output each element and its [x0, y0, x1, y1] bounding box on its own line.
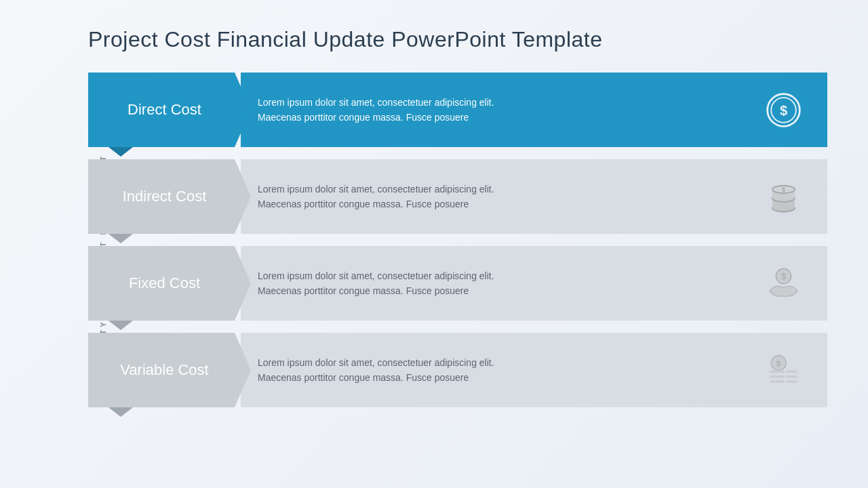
svg-text:$: $ — [781, 272, 786, 281]
desc-indirect-line2: Maecenas porttitor congue massa. Fusce p… — [258, 197, 494, 211]
cost-row-fixed: Fixed Cost Lorem ipsum dolor sit amet, c… — [88, 246, 827, 321]
desc-direct: Lorem ipsum dolor sit amet, consectetuer… — [258, 95, 494, 125]
arrow-variable — [108, 407, 133, 417]
slide: TYPES OF COST MANAGEMENT Project Cost Fi… — [0, 0, 868, 488]
desc-variable: Lorem ipsum dolor sit amet, consectetuer… — [258, 355, 494, 386]
svg-rect-13 — [786, 370, 797, 373]
label-box-variable: Variable Cost — [88, 333, 251, 407]
label-box-indirect: Indirect Cost — [88, 159, 251, 234]
label-text-direct: Direct Cost — [127, 101, 212, 119]
cost-row-variable: Variable Cost Lorem ipsum dolor sit amet… — [88, 333, 827, 407]
desc-fixed-line1: Lorem ipsum dolor sit amet, consectetuer… — [258, 268, 494, 283]
cost-row-indirect: Indirect Cost Lorem ipsum dolor sit amet… — [88, 159, 827, 234]
svg-text:$: $ — [781, 186, 785, 193]
content-area: Direct Cost Lorem ipsum dolor sit amet, … — [88, 73, 827, 407]
content-box-direct: Lorem ipsum dolor sit amet, consectetuer… — [241, 73, 827, 147]
desc-direct-line2: Maecenas porttitor congue massa. Fusce p… — [258, 110, 494, 125]
svg-text:$: $ — [776, 359, 781, 367]
desc-variable-line2: Maecenas porttitor congue massa. Fusce p… — [258, 370, 494, 385]
label-text-fixed: Fixed Cost — [129, 274, 210, 292]
desc-fixed: Lorem ipsum dolor sit amet, consectetuer… — [258, 268, 494, 299]
arrow-direct — [108, 147, 133, 157]
desc-indirect-line1: Lorem ipsum dolor sit amet, consectetuer… — [258, 182, 494, 197]
svg-rect-18 — [770, 380, 785, 383]
label-text-variable: Variable Cost — [120, 361, 218, 379]
svg-text:$: $ — [779, 102, 787, 117]
desc-indirect: Lorem ipsum dolor sit amet, consectetuer… — [258, 182, 494, 212]
svg-rect-15 — [786, 380, 797, 383]
desc-direct-line1: Lorem ipsum dolor sit amet, consectetuer… — [258, 95, 494, 110]
coin-circle-icon: $ — [765, 92, 802, 129]
desc-fixed-line2: Maecenas porttitor congue massa. Fusce p… — [258, 283, 494, 298]
coin-lines-icon: $ — [765, 352, 802, 389]
label-text-indirect: Indirect Cost — [123, 188, 217, 205]
svg-rect-16 — [770, 370, 785, 373]
page-title: Project Cost Financial Update PowerPoint… — [88, 27, 827, 52]
content-box-variable: Lorem ipsum dolor sit amet, consectetuer… — [241, 333, 827, 407]
coin-hands-icon: $ — [765, 265, 802, 302]
icon-area-direct: $ — [756, 92, 810, 129]
arrow-fixed — [108, 321, 133, 330]
svg-rect-14 — [786, 375, 797, 378]
icon-area-fixed: $ — [756, 265, 810, 302]
coin-stack-icon: $ — [765, 178, 802, 216]
arrow-indirect — [108, 234, 133, 243]
label-inner-direct: Direct Cost — [88, 73, 251, 147]
label-inner-fixed: Fixed Cost — [88, 246, 251, 321]
content-box-indirect: Lorem ipsum dolor sit amet, consectetuer… — [241, 159, 827, 234]
label-box-fixed: Fixed Cost — [88, 246, 251, 321]
label-box-direct: Direct Cost — [88, 73, 251, 147]
label-inner-indirect: Indirect Cost — [88, 159, 251, 234]
desc-variable-line1: Lorem ipsum dolor sit amet, consectetuer… — [258, 355, 494, 370]
label-inner-variable: Variable Cost — [88, 333, 251, 407]
content-box-fixed: Lorem ipsum dolor sit amet, consectetuer… — [241, 246, 827, 321]
icon-area-variable: $ — [756, 352, 810, 389]
cost-row-direct: Direct Cost Lorem ipsum dolor sit amet, … — [88, 73, 827, 147]
svg-rect-17 — [770, 375, 785, 378]
icon-area-indirect: $ — [756, 178, 810, 216]
